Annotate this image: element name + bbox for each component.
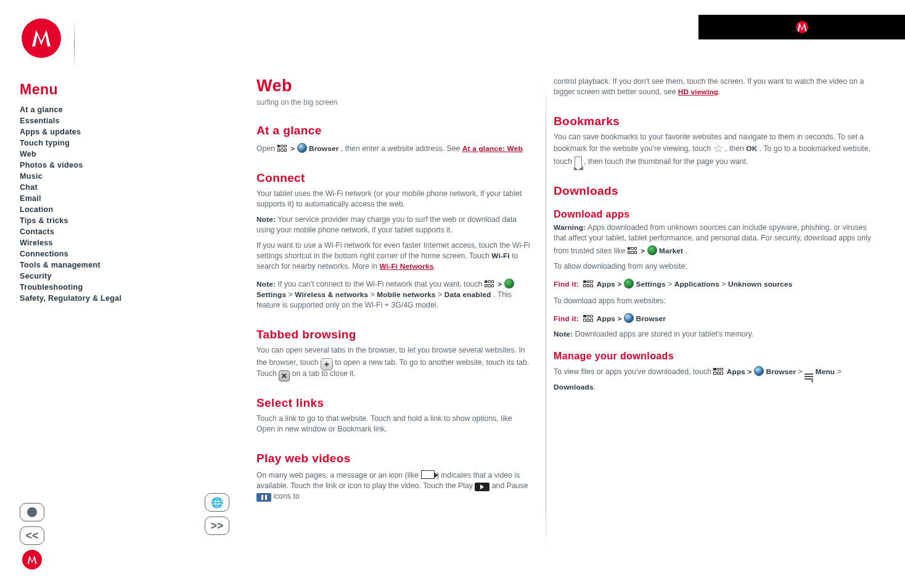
label: > — [290, 144, 297, 153]
body-text: control playback. If you don't see them,… — [554, 76, 872, 97]
menu-item[interactable]: Touch typing — [20, 137, 229, 149]
text: On many web pages, a message or an icon … — [256, 471, 421, 480]
text: > — [289, 290, 295, 299]
section-play-web-videos: Play web videos — [256, 452, 531, 465]
menu-item[interactable]: Music — [20, 171, 229, 182]
nav-back-button[interactable]: << — [20, 526, 44, 545]
menu-item[interactable]: Chat — [20, 182, 229, 193]
label: Browser — [636, 314, 666, 323]
motorola-support-button[interactable] — [22, 550, 42, 570]
apps-grid-icon — [277, 145, 289, 152]
header-strip — [698, 15, 905, 39]
section-tabbed-browsing: Tabbed browsing — [256, 328, 531, 341]
apps-grid-icon — [628, 247, 639, 255]
text: , then enter a website address. See — [341, 144, 462, 153]
text: > — [668, 280, 674, 288]
globe-cursor-icon: 🌐 — [211, 497, 223, 508]
wifi-label: Wi-Fi — [491, 251, 510, 260]
section-manage-downloads: Manage your downloads — [554, 351, 872, 362]
menu-item[interactable]: Safety, Regulatory & Legal — [20, 293, 229, 304]
label: Wireless & networks — [295, 290, 368, 299]
bookmark-icon — [575, 157, 582, 166]
body-text: Note: Your service provider may charge y… — [256, 214, 531, 235]
motorola-logo-small-icon — [796, 21, 808, 33]
note-label: Note: — [554, 330, 573, 338]
nav-home-button[interactable] — [20, 503, 44, 521]
globe-icon — [624, 313, 634, 323]
menu-item[interactable]: Security — [20, 271, 229, 282]
warning-label: Warning: — [554, 223, 586, 232]
text: . — [594, 383, 596, 391]
menu-item[interactable]: Photos & videos — [20, 160, 229, 171]
menu-item[interactable]: Apps & updates — [20, 126, 229, 137]
nav-globe-button[interactable]: 🌐 — [205, 493, 229, 512]
menu-item[interactable]: Tips & tricks — [20, 215, 229, 226]
section-at-a-glance: At a glance — [256, 124, 531, 137]
menu-item[interactable]: Location — [20, 204, 229, 215]
new-tab-icon: + — [321, 358, 333, 370]
label: Apps > — [597, 280, 624, 288]
body-text: To allow downloading from any website: — [554, 261, 872, 272]
menu-item[interactable]: Tools & management — [20, 259, 229, 271]
label: Browser — [766, 367, 796, 376]
text: . — [523, 144, 525, 153]
text: Your service provider may charge you to … — [256, 215, 517, 234]
find-it-label: Find it: — [554, 280, 579, 288]
section-downloads: Downloads — [554, 184, 872, 198]
text: icons to — [273, 492, 299, 500]
section-bookmarks: Bookmarks — [554, 115, 872, 128]
pause-icon — [256, 493, 271, 502]
logo-divider — [74, 18, 75, 70]
settings-icon — [624, 279, 634, 288]
apps-grid-icon — [583, 280, 594, 288]
menu-item[interactable]: Wireless — [20, 237, 229, 248]
label: Mobile networks — [377, 290, 435, 299]
menu-item[interactable]: Contacts — [20, 226, 229, 237]
apps-grid-icon — [583, 315, 594, 322]
section-download-apps: Download apps — [554, 209, 872, 220]
note-label: Note: — [256, 280, 276, 288]
body-text: You can open several tabs in the browser… — [256, 345, 531, 379]
label: > — [498, 280, 504, 288]
body-text: Touch a link to go to that website. Touc… — [256, 414, 531, 435]
label: Data enabled — [444, 290, 491, 299]
label: Downloads — [554, 383, 594, 391]
at-a-glance-web-link[interactable]: At a glance: Web — [462, 144, 523, 153]
menu-icon — [805, 374, 813, 383]
menu-item[interactable]: Troubleshooting — [20, 282, 229, 293]
body-text: To download apps from websites: — [554, 296, 872, 306]
label: Apps > — [727, 367, 754, 376]
page-subtitle: surfing on the big screen — [256, 98, 531, 107]
menu-item[interactable]: Essentials — [20, 115, 229, 126]
nav-forward-button[interactable]: >> — [205, 517, 229, 535]
text: . — [718, 88, 720, 96]
text: > — [371, 290, 377, 299]
body-text: On many web pages, a message or an icon … — [256, 469, 531, 502]
text: Downloaded apps are stored in your table… — [575, 330, 754, 338]
note-label: Note: — [256, 215, 276, 224]
find-it: Find it: Apps > Settings > Applications … — [554, 277, 872, 290]
play-icon — [475, 483, 489, 491]
left-panel: Menu At a glance Essentials Apps & updat… — [20, 18, 229, 304]
text: > — [438, 290, 444, 299]
hd-viewing-link[interactable]: HD viewing — [678, 88, 719, 96]
menu-item[interactable]: Connections — [20, 248, 229, 259]
menu-item[interactable]: Web — [20, 149, 229, 160]
body-text: Warning: Apps downloaded from unknown so… — [554, 223, 872, 256]
apps-grid-icon — [713, 368, 724, 375]
menu-item[interactable]: At a glance — [20, 104, 229, 115]
text: and Pause — [492, 481, 528, 490]
wifi-networks-link[interactable]: Wi-Fi Networks — [380, 262, 434, 271]
menu-item[interactable]: Email — [20, 193, 229, 204]
section-select-links: Select links — [256, 396, 531, 410]
ok-label: OK — [746, 144, 757, 153]
label: > — [641, 247, 647, 255]
find-it: Find it: Apps > Browser — [554, 311, 872, 324]
m-glyph-icon — [796, 21, 808, 33]
content-column-2: control playback. If you don't see them,… — [554, 76, 887, 545]
text: If you can't connect to the Wi-Fi networ… — [278, 280, 485, 288]
text: If you want to use a Wi-Fi network for e… — [256, 241, 530, 260]
find-it-label: Find it: — [554, 314, 579, 323]
browser-label: Browser — [309, 144, 339, 153]
globe-icon — [297, 143, 307, 153]
